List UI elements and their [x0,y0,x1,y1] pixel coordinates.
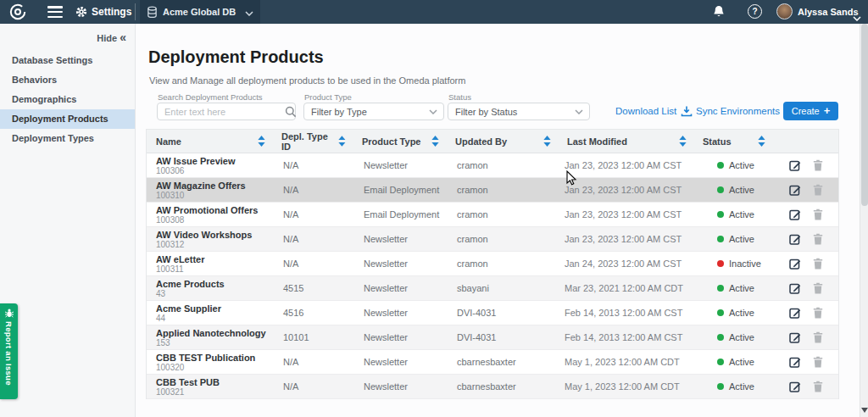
product-type-cell: Newsletter [353,301,446,325]
status-cell: Active [693,153,772,177]
product-name: Acme Products [156,279,225,289]
delete-icon[interactable] [813,233,823,245]
last-modified-cell: Feb 14, 2013 12:00 AM CST [558,325,693,349]
delete-icon[interactable] [813,282,823,294]
depl-type-id-cell: N/A [272,375,353,398]
help-icon[interactable]: ? [748,4,762,19]
table-row[interactable]: AW eLetter 100311 N/A Newsletter cramon … [147,252,838,276]
user-name: Alyssa Sands [798,7,859,17]
create-button[interactable]: Create + [783,102,838,120]
edit-icon[interactable] [789,184,801,196]
column-header[interactable]: Status [693,130,772,153]
table-row[interactable]: Acme Products 43 4515 Newsletter sbayani… [147,276,838,301]
settings-gear-icon[interactable] [75,5,88,22]
edit-icon[interactable] [789,159,801,171]
database-icon [147,6,158,19]
table-row[interactable]: CBB TEST Publication 100320 N/A Newslett… [147,350,838,375]
scrollbar-down-arrow[interactable] [861,408,868,413]
delete-icon[interactable] [813,159,823,171]
edit-icon[interactable] [789,307,801,319]
scrollbar-thumb[interactable] [861,24,868,206]
edit-icon[interactable] [789,356,801,368]
edit-icon[interactable] [789,381,801,392]
user-avatar[interactable] [776,3,793,19]
omeda-logo-icon[interactable] [8,3,27,25]
delete-icon[interactable] [813,381,823,392]
sidebar-item[interactable]: Deployment Types [0,129,135,148]
product-id: 43 [156,289,165,298]
sort-icon[interactable] [543,136,551,147]
notifications-bell-icon[interactable] [712,4,726,22]
status-cell: Active [693,227,772,251]
sort-icon[interactable] [758,136,765,147]
chevron-down-icon [245,4,253,19]
column-header[interactable]: Last Modified [558,130,693,153]
delete-icon[interactable] [813,184,823,196]
report-issue-tab[interactable]: Report an Issue [0,303,18,399]
status-cell: Active [693,203,772,226]
table-row[interactable]: AW Video Workshops 100312 N/A Newsletter… [147,227,838,252]
last-modified-cell: May 1, 2023 12:00 AM CDT [558,375,693,398]
delete-icon[interactable] [813,208,823,220]
edit-icon[interactable] [789,282,801,294]
product-type-filter-label: Product Type [304,92,352,102]
column-header[interactable]: Depl. Type ID [272,130,353,153]
product-id: 100308 [156,215,184,225]
sort-icon[interactable] [431,136,439,147]
database-selector[interactable]: Acme Global DB [140,0,260,24]
vertical-scrollbar[interactable] [860,24,868,417]
sort-icon[interactable] [338,136,346,147]
status-filter[interactable]: Filter by Status [448,103,590,120]
sort-icon[interactable] [679,136,687,147]
delete-icon[interactable] [813,331,823,343]
table-row[interactable]: AW Issue Preview 100306 N/A Newsletter c… [147,153,838,178]
product-id: 100320 [156,363,184,372]
table-row[interactable]: CBB Test PUB 100321 N/A Newsletter cbarn… [147,375,838,399]
edit-icon[interactable] [789,208,801,220]
name-cell: AW Issue Preview 100306 [147,153,272,177]
column-header[interactable]: Updated By [446,130,558,153]
sidebar-item[interactable]: Database Settings [0,51,135,70]
edit-icon[interactable] [789,331,801,343]
sidebar-item[interactable]: Demographics [0,90,135,109]
table-row[interactable]: AW Magazine Offers 100310 N/A Email Depl… [147,178,838,203]
user-menu-chevron-icon[interactable] [853,9,861,25]
chevron-down-icon [429,109,437,114]
product-type-filter[interactable]: Filter by Type [303,103,444,120]
delete-icon[interactable] [813,356,823,368]
product-type-cell: Email Deployment [353,203,446,226]
hamburger-menu-icon[interactable] [47,6,63,18]
updated-by-cell: sbayani [446,276,558,300]
status-cell: Active [693,276,772,300]
delete-icon[interactable] [813,258,823,270]
product-type-cell: Newsletter [353,227,446,251]
product-name: AW Video Workshops [156,230,252,240]
hide-sidebar-button[interactable]: Hide« [97,31,126,44]
column-header[interactable]: Name [147,130,272,153]
depl-type-id-cell: N/A [272,203,353,226]
updated-by-cell: DVI-4031 [446,325,558,349]
edit-icon[interactable] [789,233,801,245]
edit-icon[interactable] [789,258,801,270]
updated-by-cell: cramon [446,227,558,251]
sidebar-item[interactable]: Deployment Products [0,109,135,129]
product-name: Applied Nanotechnology [156,328,266,338]
sync-environments-button[interactable]: Sync Environments [696,105,795,116]
updated-by-cell: cramon [446,203,558,226]
product-name: AW Magazine Offers [156,181,246,191]
column-header[interactable]: Product Type [353,130,446,153]
download-list-button[interactable]: Download List [615,105,693,117]
sort-icon[interactable] [258,136,265,147]
sidebar-item[interactable]: Behaviors [0,70,135,90]
delete-icon[interactable] [813,307,823,319]
search-icon[interactable] [285,106,297,118]
product-id: 100312 [156,240,184,249]
column-label: Status [703,136,732,147]
table-row[interactable]: Applied Nanotechnology 153 10101 Newslet… [147,325,838,350]
search-input[interactable] [158,107,285,117]
last-modified-cell: Jan 24, 2023 12:00 AM CST [558,252,693,275]
table-row[interactable]: AW Promotional Offers 100308 N/A Email D… [147,203,838,227]
table-row[interactable]: Acme Supplier 44 4516 Newsletter DVI-403… [147,301,838,325]
status-label: Active [729,283,754,293]
status-label: Active [729,185,754,195]
